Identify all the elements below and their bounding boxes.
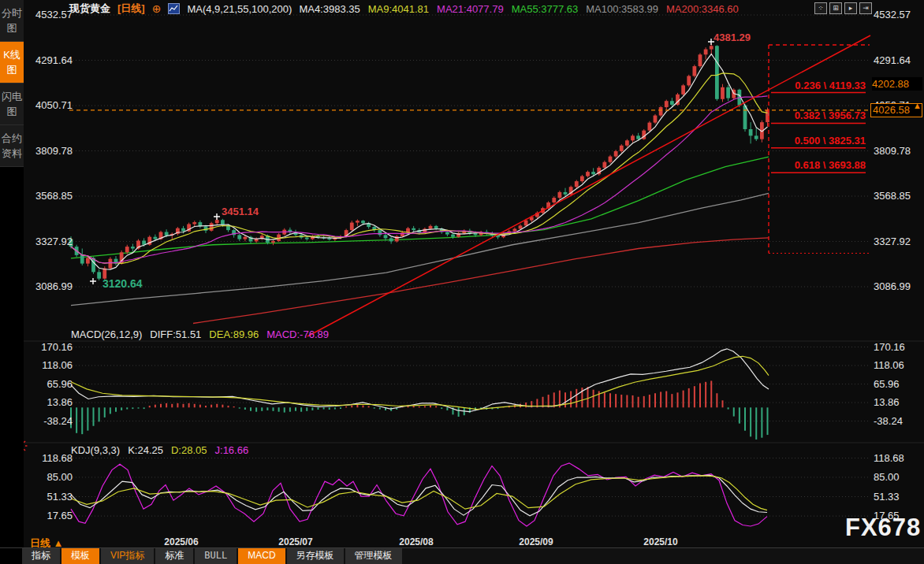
ma-value-1: MA9:4041.81 xyxy=(368,3,429,15)
swing-low-label: 3120.64 xyxy=(102,277,143,290)
macd-diff-value: DIFF:51.51 xyxy=(150,328,201,340)
macd-macd-value: MACD:-76.89 xyxy=(266,328,329,340)
gridlines xyxy=(24,15,924,516)
macd-axis-right-170.16: 170.16 xyxy=(874,341,905,353)
kdj-d-value: D:28.05 xyxy=(171,444,207,456)
date-label-2025/09: 2025/09 xyxy=(519,536,553,547)
price-axis-left-3086.99: 3086.99 xyxy=(24,280,73,292)
toolbar-button-模板[interactable]: 模板 xyxy=(61,548,99,564)
toolbar-button-BULL[interactable]: BULL xyxy=(195,548,237,564)
price-axis-left-4291.64: 4291.64 xyxy=(24,54,73,66)
kdj-j-line xyxy=(71,463,767,526)
ma-settings-label[interactable]: MA(4,9,21,55,100,200) xyxy=(187,3,292,15)
window-tool-icons: ⁘⊞▸⇥ xyxy=(814,2,872,14)
sidebar-tab-分时图[interactable]: 分时图 xyxy=(0,0,24,42)
macd-title: MACD(26,12,9) xyxy=(71,328,142,340)
watermark: FX678 xyxy=(845,514,921,542)
kdj-axis-left-118.68: 118.68 xyxy=(24,452,73,464)
price-axis-left-4050.71: 4050.71 xyxy=(24,99,73,111)
left-sidebar: 分时图K线图闪电图合约资料 xyxy=(0,0,24,564)
play-panel-icon[interactable]: ▸ xyxy=(844,2,857,14)
price-axis-left-3809.78: 3809.78 xyxy=(24,145,73,157)
toolbar-button-MACD[interactable]: MACD xyxy=(238,548,285,564)
export-panel-icon[interactable]: ⇥ xyxy=(859,2,872,14)
ma-value-0: MA4:3983.35 xyxy=(299,3,360,15)
price-axis-right-3568.85: 3568.85 xyxy=(874,190,911,202)
kdj-title: KDJ(9,3,3) xyxy=(71,444,120,456)
price-axis-right-4291.64: 4291.64 xyxy=(874,54,911,66)
chart-header: 现货黄金 [日线] ⊕ MA(4,9,21,55,100,200) MA4:39… xyxy=(69,2,739,15)
ma-value-3: MA55:3777.63 xyxy=(512,3,579,15)
peak-price-label: 4381.29 xyxy=(713,32,751,43)
date-label-2025/07: 2025/07 xyxy=(278,536,312,547)
kdj-k-value: K:24.25 xyxy=(128,444,163,456)
ma100-line xyxy=(71,193,769,305)
price-axis-right-3086.99: 3086.99 xyxy=(874,280,911,292)
app-window: 分时图K线图闪电图合约资料 现货黄金 [日线] ⊕ MA(4,9,21,55,1… xyxy=(0,0,924,564)
price-axis-right-3809.78: 3809.78 xyxy=(874,145,911,157)
sidebar-tab-闪电图[interactable]: 闪电图 xyxy=(0,83,24,125)
price-axis-right-3327.92: 3327.92 xyxy=(874,236,911,247)
add-compare-icon[interactable]: ⊕ xyxy=(152,2,162,15)
ma-value-4: MA100:3583.99 xyxy=(586,3,658,15)
fib-level-label-2: 0.500 \ 3825.31 xyxy=(795,135,866,147)
trendline[interactable] xyxy=(307,35,870,336)
fibonacci-retracement[interactable] xyxy=(769,45,871,254)
macd-dea-line xyxy=(71,356,769,409)
price-axis-left-3327.92: 3327.92 xyxy=(24,236,73,247)
macd-axis-left-13.86: 13.86 xyxy=(24,396,73,408)
kdj-axis-left-85.00: 85.00 xyxy=(24,471,73,483)
sidebar-tab-K线图[interactable]: K线图 xyxy=(0,42,24,83)
macd-axis-right-65.96: 65.96 xyxy=(874,378,900,390)
fib-level-label-1: 0.382 \ 3956.73 xyxy=(795,109,866,121)
toolbar-button-另存模板[interactable]: 另存模板 xyxy=(287,548,344,564)
ma21-line xyxy=(71,96,768,263)
macd-axis-right-13.86: 13.86 xyxy=(874,396,900,408)
crosshair-icon[interactable]: ⁘ xyxy=(814,2,827,14)
extreme-markers xyxy=(90,39,714,284)
toolbar-button-管理模板[interactable]: 管理模板 xyxy=(345,548,402,564)
multi-panel-icon[interactable]: ⊞ xyxy=(829,2,842,14)
sidebar-tab-合约资料[interactable]: 合约资料 xyxy=(0,125,24,167)
macd-dea-value: DEA:89.96 xyxy=(209,328,259,340)
price-up-arrow-icon: ▲ xyxy=(913,101,922,110)
macd-panel[interactable] xyxy=(71,349,769,440)
macd-dif-line xyxy=(71,349,769,412)
ma4-line xyxy=(71,54,768,270)
macd-axis-left--38.24: -38.24 xyxy=(24,415,73,427)
kdj-axis-right-85.00: 85.00 xyxy=(874,471,900,483)
price-axis-left-3568.85: 3568.85 xyxy=(24,190,73,202)
ma-value-5: MA200:3346.60 xyxy=(666,3,739,15)
kdj-header[interactable]: KDJ(9,3,3) K:24.25 D:28.05 J:16.66 xyxy=(71,444,248,456)
macd-header[interactable]: MACD(26,12,9) DIFF:51.51 DEA:89.96 MACD:… xyxy=(71,328,329,340)
kdj-axis-left-51.33: 51.33 xyxy=(24,491,73,503)
kdj-k-line xyxy=(71,475,767,516)
toolbar-button-标准[interactable]: 标准 xyxy=(155,548,193,564)
period-label[interactable]: [日线] xyxy=(117,2,145,16)
price-axis-right-4532.57: 4532.57 xyxy=(874,9,911,20)
date-label-2025/06: 2025/06 xyxy=(164,536,198,547)
chart-mode-tabs: 分时图K线图闪电图合约资料 xyxy=(0,0,24,167)
main-panel[interactable] xyxy=(69,35,870,336)
toolbar-button-指标[interactable]: 指标 xyxy=(22,548,60,564)
kdj-j-value: J:16.66 xyxy=(215,444,249,456)
ma-value-2: MA21:4077.79 xyxy=(437,3,504,15)
candles-layer xyxy=(69,43,769,280)
toolbar-spacer xyxy=(0,548,22,564)
ma200-line xyxy=(193,238,769,324)
symbol-name: 现货黄金 xyxy=(69,2,110,16)
chart-type-icon[interactable] xyxy=(168,3,180,14)
kdj-axis-right-118.68: 118.68 xyxy=(874,452,904,464)
swing-high-label: 3451.14 xyxy=(222,206,259,217)
bottom-toolbar: 指标模板VIP指标标准BULLMACD另存模板管理模板 xyxy=(0,547,924,564)
macd-axis-right-118.06: 118.06 xyxy=(874,359,904,371)
toolbar-button-VIP指标[interactable]: VIP指标 xyxy=(101,548,154,564)
macd-axis-left-118.06: 118.06 xyxy=(24,359,73,371)
kdj-panel[interactable] xyxy=(71,463,767,526)
kdj-axis-left-17.65: 17.65 xyxy=(24,510,73,521)
fib-level-label-0: 0.236 \ 4119.33 xyxy=(795,80,866,91)
macd-axis-left-170.16: 170.16 xyxy=(24,341,73,353)
date-label-2025/10: 2025/10 xyxy=(643,536,677,547)
ma9-line xyxy=(71,73,768,264)
price-axis-left-4532.57: 4532.57 xyxy=(24,9,73,20)
